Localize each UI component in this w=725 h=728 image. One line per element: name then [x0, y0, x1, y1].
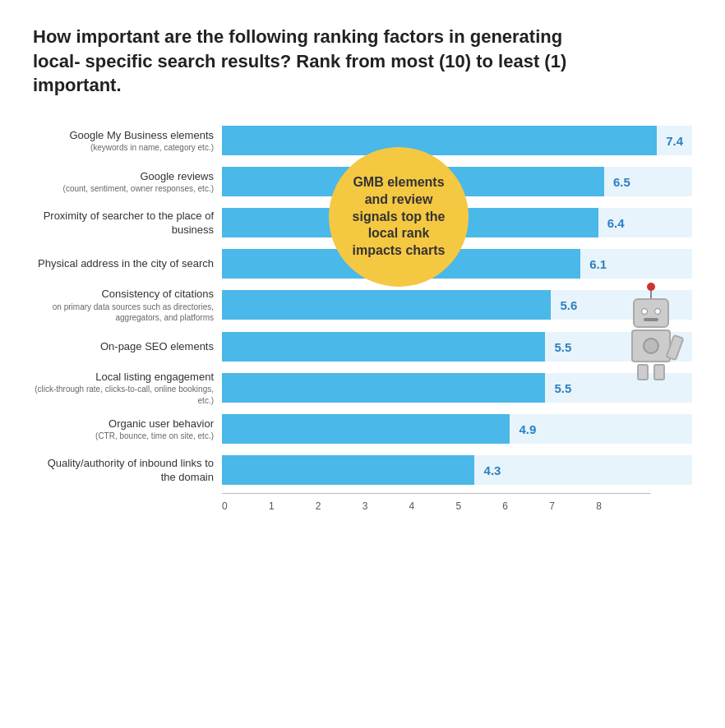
- x-axis-tick: 6: [502, 500, 549, 512]
- bar-row: Local listing engagement(click-through r…: [33, 370, 692, 407]
- bar-main-label: Physical address in the city of search: [33, 256, 214, 271]
- bar-main-label: Proximity of searcher to the place of bu…: [33, 209, 214, 237]
- bar-row: Organic user behavior(CTR, bounce, time …: [33, 411, 692, 447]
- bar-background: 7.4: [222, 126, 692, 155]
- bar-main-label: Quality/authority of inbound links to th…: [33, 456, 214, 485]
- bar-background: 4.9: [222, 414, 692, 444]
- x-axis-tick: 5: [455, 500, 502, 512]
- robot-leg-left: [637, 364, 649, 380]
- bar-value-label: 5.5: [554, 380, 571, 394]
- x-axis-tick: 4: [409, 500, 456, 512]
- robot-mouth: [644, 318, 658, 321]
- chart-title: How important are the following ranking …: [33, 25, 592, 98]
- robot-eye-left: [641, 308, 648, 315]
- bar-value-label: 6.5: [613, 175, 630, 189]
- robot-torso: [631, 329, 671, 362]
- bar-value-label: 6.1: [589, 257, 607, 271]
- bar-value-label: 7.4: [666, 134, 683, 148]
- bar-main-label: On-page SEO elements: [33, 339, 214, 354]
- bar-sub-label: on primary data sources such as director…: [33, 302, 214, 324]
- x-axis-tick: 1: [269, 500, 316, 512]
- bar-main-label: Local listing engagement: [33, 370, 214, 385]
- bar-fill: 5.5: [222, 332, 545, 362]
- bar-row: On-page SEO elements5.5: [33, 329, 692, 365]
- bar-sub-label: (click-through rate, clicks-to-call, onl…: [33, 384, 214, 406]
- bar-label: Consistency of citationson primary data …: [33, 287, 222, 324]
- bar-label: On-page SEO elements: [33, 339, 222, 354]
- bar-main-label: Google reviews: [33, 169, 214, 184]
- bar-main-label: Organic user behavior: [33, 417, 214, 431]
- bar-background: 4.3: [222, 455, 692, 485]
- chart-area: Google My Business elements(keywords in …: [33, 122, 692, 512]
- bar-fill: 5.5: [222, 373, 545, 403]
- bar-main-label: Consistency of citations: [33, 287, 214, 302]
- bar-label: Google My Business elements(keywords in …: [33, 128, 222, 154]
- bar-value-label: 5.6: [561, 298, 578, 312]
- bar-value-label: 6.4: [607, 216, 625, 230]
- bar-row: Quality/authority of inbound links to th…: [33, 452, 692, 488]
- x-axis-tick: 2: [316, 500, 362, 512]
- robot-leg-right: [653, 364, 665, 380]
- robot-antenna: [650, 287, 652, 298]
- robot-body: [618, 287, 684, 380]
- bar-row: Google My Business elements(keywords in …: [33, 122, 692, 159]
- x-axis-tick: 0: [222, 500, 269, 512]
- bar-sub-label: (count, sentiment, owner responses, etc.…: [33, 183, 214, 195]
- bar-label: Local listing engagement(click-through r…: [33, 370, 222, 407]
- bar-fill: 4.3: [222, 455, 474, 485]
- bar-fill: 5.6: [222, 290, 551, 320]
- bar-label: Organic user behavior(CTR, bounce, time …: [33, 417, 222, 442]
- robot-eye-right: [654, 308, 661, 315]
- bar-label: Proximity of searcher to the place of bu…: [33, 209, 222, 237]
- bar-fill: 4.9: [222, 414, 510, 444]
- annotation-bubble: GMB elements and review signals top the …: [329, 147, 469, 287]
- bar-label: Google reviews(count, sentiment, owner r…: [33, 169, 222, 195]
- bar-value-label: 4.3: [484, 463, 501, 477]
- bar-value-label: 4.9: [519, 422, 536, 436]
- robot-legs: [637, 364, 665, 380]
- bar-row: Consistency of citationson primary data …: [33, 287, 692, 324]
- bar-value-label: 5.5: [554, 339, 571, 353]
- robot-illustration: [618, 287, 684, 380]
- x-axis-tick: 3: [362, 500, 409, 512]
- x-axis: 012345678: [222, 500, 692, 512]
- robot-arm-right: [665, 334, 684, 362]
- x-axis-tick: 7: [549, 500, 596, 512]
- bar-label: Quality/authority of inbound links to th…: [33, 456, 222, 485]
- bar-sub-label: (CTR, bounce, time on site, etc.): [33, 431, 214, 442]
- bar-label: Physical address in the city of search: [33, 256, 222, 271]
- x-axis-line: [222, 493, 651, 494]
- x-axis-tick: 8: [596, 500, 643, 512]
- bar-sub-label: (keywords in name, category etc.): [33, 142, 214, 154]
- robot-head: [633, 298, 669, 328]
- bar-fill: 7.4: [222, 126, 657, 155]
- bar-main-label: Google My Business elements: [33, 128, 214, 143]
